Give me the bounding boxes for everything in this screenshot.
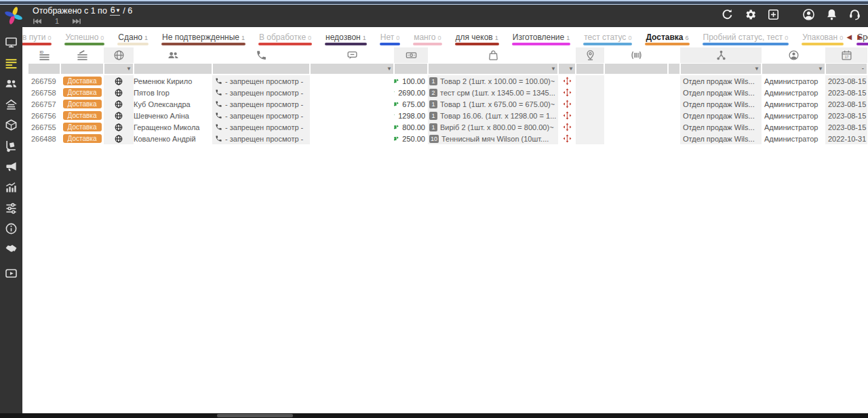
filter-barcode[interactable]	[605, 64, 667, 74]
source-cell[interactable]	[104, 75, 134, 87]
manager-cell[interactable]: Администратор	[762, 110, 825, 121]
delivery-cell[interactable]	[558, 87, 576, 98]
horizontal-scrollbar-thumb[interactable]	[217, 414, 293, 417]
status-badge[interactable]: Доставка	[63, 111, 102, 120]
date-cell[interactable]: 2023-08-15	[825, 98, 867, 110]
refresh-icon[interactable]	[721, 8, 734, 21]
client-name-cell[interactable]: Куб Олександра	[134, 98, 212, 110]
status-tab[interactable]: Изготовление1	[512, 27, 570, 47]
source-cell[interactable]	[104, 87, 134, 98]
address-cell[interactable]	[576, 133, 604, 144]
status-tab[interactable]: манго0	[413, 27, 441, 47]
gear-icon[interactable]	[744, 8, 757, 21]
barcode-cell[interactable]	[604, 133, 668, 144]
column-source[interactable]	[104, 47, 134, 63]
filter-manager[interactable]: ▼	[762, 64, 825, 74]
status-badge[interactable]: Доставка	[63, 123, 102, 131]
status-tab[interactable]: Нет0	[380, 27, 400, 47]
status-badge[interactable]: Доставка	[63, 100, 102, 108]
add-new-icon[interactable]	[767, 8, 780, 21]
filter-comment[interactable]: ▼	[311, 64, 393, 74]
client-name-cell[interactable]: Геращенко Микола	[134, 121, 212, 133]
comment-cell[interactable]	[310, 98, 394, 110]
products-cell[interactable]: 1 Виріб 2 (1шт. x 800.00 = 800.00)~	[428, 121, 558, 133]
filter-client[interactable]	[134, 64, 212, 74]
sidebar-item-statistics-chart[interactable]	[5, 181, 18, 194]
source-cell[interactable]	[104, 110, 134, 121]
order-id-cell[interactable]: 266488	[28, 133, 60, 144]
address-cell[interactable]	[576, 98, 604, 110]
department-cell[interactable]: Отдел продаж Wils...	[680, 98, 762, 110]
address-cell[interactable]	[576, 121, 604, 133]
extra-cell[interactable]	[668, 75, 680, 87]
sidebar-item-clients[interactable]	[5, 77, 18, 90]
status-cell[interactable]: Доставка	[60, 110, 104, 121]
barcode-cell[interactable]	[604, 110, 668, 121]
horizontal-scrollbar[interactable]	[0, 413, 868, 418]
tabs-scroll-right-icon[interactable]: ▶	[857, 33, 863, 41]
order-id-cell[interactable]: 266758	[28, 87, 60, 98]
status-tab[interactable]: Не подтвержденные1	[161, 27, 245, 47]
filter-delivery[interactable]: ▼	[559, 64, 575, 74]
sidebar-item-supplies-dolly[interactable]	[5, 140, 18, 152]
support-headset-icon[interactable]	[848, 8, 861, 21]
manager-cell[interactable]: Администратор	[762, 121, 825, 133]
date-cell[interactable]: 2023-08-15	[825, 110, 867, 121]
status-cell[interactable]: Доставка	[60, 133, 104, 144]
filter-address[interactable]	[576, 64, 604, 74]
sidebar-item-orders-list[interactable]	[5, 57, 18, 70]
filter-source[interactable]: ▼	[104, 64, 133, 74]
comment-cell[interactable]	[310, 133, 394, 144]
filter-department[interactable]: ▼	[681, 64, 761, 74]
products-cell[interactable]: 1 Товар 16.06. (1шт. x 1298.00 = 1...	[428, 110, 558, 121]
extra-cell[interactable]	[668, 110, 680, 121]
products-cell[interactable]: 10 Теннисный мяч Wilson (10шт....	[428, 133, 558, 144]
client-name-cell[interactable]: Ременюк Кирило	[134, 75, 212, 87]
address-cell[interactable]	[576, 110, 604, 121]
amount-cell[interactable]: 675.00	[394, 98, 428, 110]
amount-cell[interactable]: 100.00	[394, 75, 428, 87]
sidebar-item-package[interactable]	[5, 119, 18, 131]
status-badge[interactable]: Доставка	[63, 88, 102, 97]
status-tab[interactable]: Пробний статус, тест0	[703, 27, 789, 47]
phone-cell[interactable]: - запрещен просмотр -	[212, 110, 310, 121]
sidebar-item-desktop[interactable]	[5, 36, 18, 49]
status-tab[interactable]: Сдано1	[117, 27, 149, 47]
column-amount[interactable]	[394, 47, 428, 63]
sidebar-item-megaphone[interactable]	[5, 160, 18, 173]
amount-cell[interactable]: 2690.00	[394, 87, 428, 98]
department-cell[interactable]: Отдел продаж Wils...	[680, 87, 762, 98]
order-id-cell[interactable]: 266757	[28, 98, 60, 110]
manager-cell[interactable]: Администратор	[762, 133, 825, 144]
status-cell[interactable]: Доставка	[60, 121, 104, 133]
barcode-cell[interactable]	[604, 87, 668, 98]
phone-cell[interactable]: - запрещен просмотр -	[212, 98, 310, 110]
products-cell[interactable]: 1 Товар 2 (1шт. x 100.00 = 100.00)~	[428, 75, 558, 87]
order-id-cell[interactable]: 266755	[28, 121, 60, 133]
source-cell[interactable]	[104, 121, 134, 133]
date-cell[interactable]: 2023-08-15	[825, 87, 867, 98]
client-name-cell[interactable]: Шевченко Аліна	[134, 110, 212, 121]
status-tab[interactable]: Доставка6	[645, 27, 689, 47]
filter-order-id[interactable]	[28, 64, 60, 74]
filter-status[interactable]	[61, 64, 103, 74]
extra-cell[interactable]	[668, 133, 680, 144]
manager-cell[interactable]: Администратор	[762, 75, 825, 87]
column-barcode[interactable]	[604, 47, 668, 63]
address-cell[interactable]	[576, 75, 604, 87]
date-cell[interactable]: 2023-08-15	[825, 121, 867, 133]
address-cell[interactable]	[576, 87, 604, 98]
status-tab[interactable]: для чеков1	[455, 27, 499, 47]
order-id-cell[interactable]: 266756	[28, 110, 60, 121]
order-row[interactable]: 266757 Доставка Куб Олександра - запреще…	[22, 98, 868, 110]
filter-date[interactable]: -	[826, 64, 867, 74]
sidebar-item-partners-handshake[interactable]	[5, 243, 18, 255]
barcode-cell[interactable]	[604, 121, 668, 133]
barcode-cell[interactable]	[604, 98, 668, 110]
comment-cell[interactable]	[310, 110, 394, 121]
phone-cell[interactable]: - запрещен просмотр -	[212, 133, 310, 144]
column-date[interactable]: 17	[825, 47, 867, 63]
amount-cell[interactable]: 800.00	[394, 121, 428, 133]
source-cell[interactable]	[104, 98, 134, 110]
department-cell[interactable]: Отдел продаж Wils...	[680, 121, 762, 133]
